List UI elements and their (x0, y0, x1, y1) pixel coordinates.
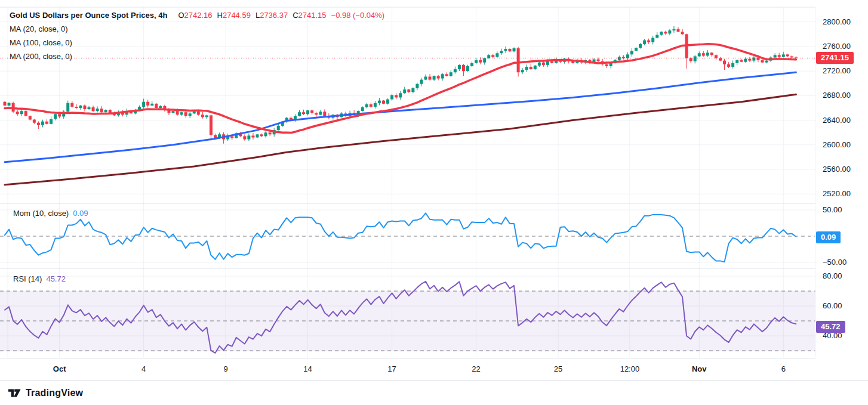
time-axis-label: 9 (224, 364, 228, 373)
ma20-legend-row[interactable]: MA (20, close, 0) (10, 22, 384, 36)
ma100-legend-row[interactable]: MA (100, close, 0) (10, 36, 384, 50)
change-value: −0.98 (−0.04%) (331, 11, 385, 20)
momentum-axis-label: −50.00 (823, 258, 847, 267)
price-axis-label: 2520.00 (823, 189, 851, 198)
rsi-value: 45.72 (46, 274, 66, 283)
time-axis-label: 4 (141, 364, 146, 373)
price-axis-label: 2680.00 (823, 91, 851, 100)
rsi-value-badge: 45.72 (816, 321, 845, 333)
time-axis-label: 6 (781, 364, 786, 373)
symbol-title: Gold US Dollars per Ounce Spot Prices, 4… (10, 11, 167, 20)
momentum-value: 0.09 (73, 209, 88, 218)
price-axis-label: 2600.00 (823, 140, 851, 149)
momentum-legend-row[interactable]: Mom (10, close)0.09 (13, 209, 88, 218)
time-axis-label: Oct (53, 364, 66, 373)
legend: Gold US Dollars per Ounce Spot Prices, 4… (10, 8, 384, 63)
rsi-axis-label: 80.00 (823, 271, 842, 280)
low-value: 2736.37 (260, 11, 288, 20)
ma200-legend-row[interactable]: MA (200, close, 0) (10, 50, 384, 63)
price-axis-label: 2800.00 (823, 17, 851, 26)
ma100-legend-label: MA (100, close, 0) (10, 38, 72, 47)
price-axis-label: 2720.00 (823, 66, 851, 75)
chart-window: Gold US Dollars per Ounce Spot Prices, 4… (0, 0, 868, 405)
rsi-legend-row[interactable]: RSI (14)45.72 (13, 274, 66, 283)
footer-bar: TradingView (0, 380, 868, 405)
time-axis-label: 12:00 (620, 364, 640, 373)
close-value: 2741.15 (298, 11, 327, 20)
price-axis-label: 2560.00 (823, 165, 851, 174)
momentum-label: Mom (10, close) (13, 209, 69, 218)
open-label: O (178, 11, 184, 20)
time-axis-label: 22 (472, 364, 480, 373)
symbol-legend-row[interactable]: Gold US Dollars per Ounce Spot Prices, 4… (10, 8, 384, 22)
rsi-axis-label: 60.00 (823, 301, 842, 310)
tradingview-logo-icon[interactable] (8, 388, 21, 398)
rsi-band (0, 291, 815, 351)
time-axis-label: 14 (303, 364, 312, 373)
tradingview-brand-text[interactable]: TradingView (26, 388, 83, 398)
ma100-line (5, 72, 796, 162)
ma20-legend-label: MA (20, close, 0) (10, 24, 68, 33)
current-price-badge: 2741.15 (816, 52, 854, 64)
time-axis[interactable]: Oct491417222512:00Nov6 (0, 358, 868, 381)
rsi-label: RSI (14) (13, 274, 42, 283)
high-label: H (217, 11, 223, 20)
momentum-line (5, 213, 796, 262)
high-value: 2744.59 (223, 11, 251, 20)
ma200-legend-label: MA (200, close, 0) (10, 52, 72, 61)
price-axis-label: 2760.00 (823, 42, 851, 51)
close-label: C (293, 11, 298, 20)
momentum-value-badge: 0.09 (816, 231, 841, 243)
time-axis-label: 25 (554, 364, 562, 373)
open-value: 2742.16 (184, 11, 213, 20)
time-axis-label: Nov (692, 364, 707, 373)
time-axis-label: 17 (387, 364, 396, 373)
price-axis-label: 2640.00 (823, 116, 851, 125)
momentum-axis-label: 50.00 (823, 205, 842, 214)
